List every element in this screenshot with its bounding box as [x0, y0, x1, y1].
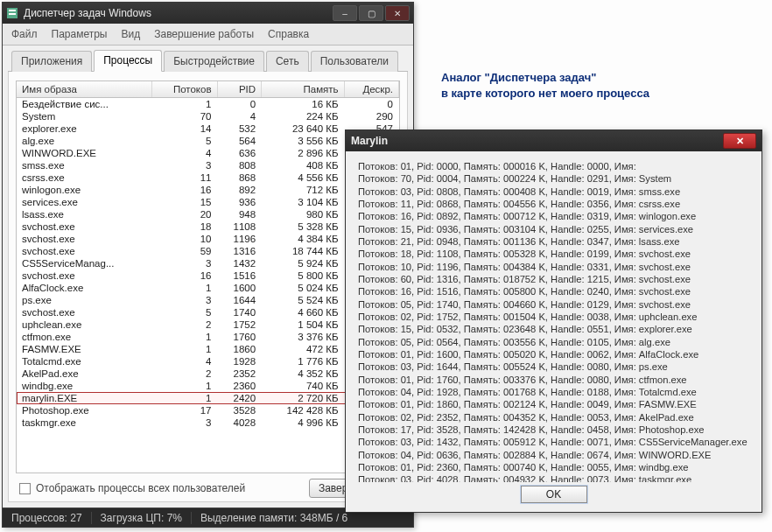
dialog-line: Потоков: 01, Pid: 2360, Память: 000740 K…: [358, 461, 749, 473]
close-button[interactable]: ✕: [385, 5, 410, 21]
table-row[interactable]: ps.exe316445 524 КБ80: [17, 294, 399, 306]
cell-mem: 712 КБ: [262, 184, 344, 196]
table-row[interactable]: CS5ServiceManag...314325 924 КБ71: [17, 257, 399, 270]
dialog-line: Потоков: 02, Pid: 1752, Память: 001504 K…: [358, 311, 749, 323]
menu-params[interactable]: Параметры: [46, 26, 113, 42]
cell-threads: 17: [152, 404, 217, 416]
col-handles[interactable]: Дескр.: [344, 81, 398, 98]
table-row[interactable]: Photoshop.exe173528142 428 КБ455: [17, 404, 399, 416]
cell-mem: 3 376 КБ: [262, 331, 344, 343]
table-row[interactable]: FASMW.EXE11860472 КБ49: [17, 343, 399, 355]
dialog-line: Потоков: 05, Pid: 0564, Память: 003556 K…: [358, 336, 749, 348]
table-row[interactable]: winlogon.exe16892712 КБ315: [17, 184, 399, 196]
minimize-button[interactable]: –: [333, 5, 357, 21]
col-memory[interactable]: Память: [262, 81, 344, 98]
cell-mem: 224 КБ: [262, 110, 344, 122]
status-cpu: Загрузка ЦП: 7%: [92, 512, 192, 524]
dialog-line: Потоков: 11, Pid: 0868, Память: 004556 K…: [358, 198, 749, 210]
tab-network[interactable]: Сеть: [266, 51, 309, 72]
process-list[interactable]: Имя образа Потоков PID Память Дескр. Без…: [16, 80, 400, 473]
table-row[interactable]: services.exe159363 104 КБ254: [17, 196, 399, 208]
tab-applications[interactable]: Приложения: [11, 51, 92, 72]
table-row[interactable]: AkelPad.exe223524 352 КБ53: [17, 368, 399, 380]
dialog-line: Потоков: 15, Pid: 0532, Память: 023648 K…: [358, 323, 749, 335]
col-image[interactable]: Имя образа: [17, 81, 152, 98]
table-row[interactable]: lsass.exe20948980 КБ346: [17, 208, 399, 220]
menu-file[interactable]: Файл: [6, 26, 43, 42]
cell-mem: 5 800 КБ: [262, 270, 344, 282]
table-row[interactable]: svchost.exe59131618 744 КБ1 203: [17, 245, 399, 257]
cell-mem: 5 328 КБ: [262, 220, 344, 233]
dialog-close-button[interactable]: ✕: [723, 133, 756, 149]
table-row[interactable]: System704224 КБ290: [17, 110, 399, 122]
cell-image: System: [17, 110, 152, 122]
cell-mem: 23 640 КБ: [262, 122, 344, 135]
cell-image: services.exe: [17, 196, 152, 208]
cell-threads: 1: [152, 380, 217, 392]
table-row[interactable]: WINWORD.EXE46362 896 КБ674: [17, 147, 399, 159]
tab-users[interactable]: Пользователи: [311, 51, 398, 72]
table-row[interactable]: svchost.exe1615165 800 КБ240: [17, 270, 399, 282]
col-pid[interactable]: PID: [217, 81, 262, 98]
cell-pid: 0: [217, 98, 262, 111]
cell-threads: 16: [152, 184, 217, 196]
cell-pid: 808: [217, 159, 262, 172]
table-row[interactable]: explorer.exe1453223 640 КБ547: [17, 122, 399, 135]
cell-pid: 1600: [217, 282, 262, 294]
cell-mem: 3 556 КБ: [262, 135, 344, 147]
cell-mem: 16 КБ: [262, 98, 344, 111]
dialog-line: Потоков: 01, Pid: 0000, Память: 000016 K…: [358, 160, 749, 172]
table-row[interactable]: svchost.exe517404 660 КБ129: [17, 306, 399, 318]
col-threads[interactable]: Потоков: [152, 81, 217, 98]
cell-mem: 4 556 КБ: [262, 172, 344, 184]
dialog-line: Потоков: 60, Pid: 1316, Память: 018752 K…: [358, 273, 749, 285]
cell-threads: 18: [152, 220, 217, 233]
cell-image: svchost.exe: [17, 270, 152, 282]
cell-image: lsass.exe: [17, 208, 152, 220]
table-row[interactable]: svchost.exe1811085 328 КБ199: [17, 220, 399, 233]
menu-shutdown[interactable]: Завершение работы: [149, 26, 259, 42]
cell-mem: 5 924 КБ: [262, 257, 344, 270]
cell-image: marylin.EXE: [17, 392, 152, 404]
table-row[interactable]: csrss.exe118684 556 КБ353: [17, 172, 399, 184]
table-row[interactable]: uphclean.exe217521 504 КБ38: [17, 318, 399, 331]
cell-image: Totalcmd.exe: [17, 355, 152, 368]
table-row[interactable]: taskmgr.exe340284 996 КБ75: [17, 416, 399, 429]
cell-image: taskmgr.exe: [17, 416, 152, 429]
table-row[interactable]: svchost.exe1011964 384 КБ327: [17, 233, 399, 245]
table-row[interactable]: ctfmon.exe117603 376 КБ80: [17, 331, 399, 343]
table-row[interactable]: Бездействие сис...1016 КБ0: [17, 98, 399, 111]
tab-processes[interactable]: Процессы: [94, 50, 162, 72]
caption-pre: Аналог: [441, 71, 485, 84]
cell-mem: 980 КБ: [262, 208, 344, 220]
cell-pid: 2420: [217, 392, 262, 404]
titlebar[interactable]: Диспетчер задач Windows – ▢ ✕: [3, 3, 413, 24]
maximize-button[interactable]: ▢: [359, 5, 383, 21]
dialog-line: Потоков: 16, Pid: 0892, Память: 000712 K…: [358, 210, 749, 222]
cell-threads: 1: [152, 331, 217, 343]
checkbox-box[interactable]: [19, 483, 31, 494]
cell-image: ps.exe: [17, 294, 152, 306]
dialog-line: Потоков: 04, Pid: 0636, Память: 002884 K…: [358, 449, 749, 461]
menu-view[interactable]: Вид: [116, 26, 145, 42]
menu-help[interactable]: Справка: [263, 26, 314, 42]
cell-image: svchost.exe: [17, 233, 152, 245]
table-row[interactable]: AlfaClock.exe116005 024 КБ62: [17, 282, 399, 294]
table-row[interactable]: alg.exe55643 556 КБ105: [17, 135, 399, 147]
cell-pid: 3528: [217, 404, 262, 416]
cell-threads: 10: [152, 233, 217, 245]
tab-performance[interactable]: Быстродействие: [164, 51, 264, 72]
table-row[interactable]: marylin.EXE124202 720 КБ40: [17, 392, 399, 404]
cell-mem: 142 428 КБ: [262, 404, 344, 416]
caption: Аналог "Диспетчера задач" в карте которо…: [441, 70, 756, 101]
table-row[interactable]: Totalcmd.exe419281 776 КБ188: [17, 355, 399, 368]
cell-threads: 1: [152, 343, 217, 355]
ok-button[interactable]: OK: [521, 486, 587, 503]
table-row[interactable]: windbg.exe12360740 КБ55: [17, 380, 399, 392]
table-row[interactable]: smss.exe3808408 КБ19: [17, 159, 399, 172]
dialog-titlebar[interactable]: Marylin ✕: [346, 130, 761, 151]
cell-image: ctfmon.exe: [17, 331, 152, 343]
cell-image: svchost.exe: [17, 245, 152, 257]
show-all-users-checkbox[interactable]: Отображать процессы всех пользователей: [19, 482, 245, 494]
cell-pid: 892: [217, 184, 262, 196]
